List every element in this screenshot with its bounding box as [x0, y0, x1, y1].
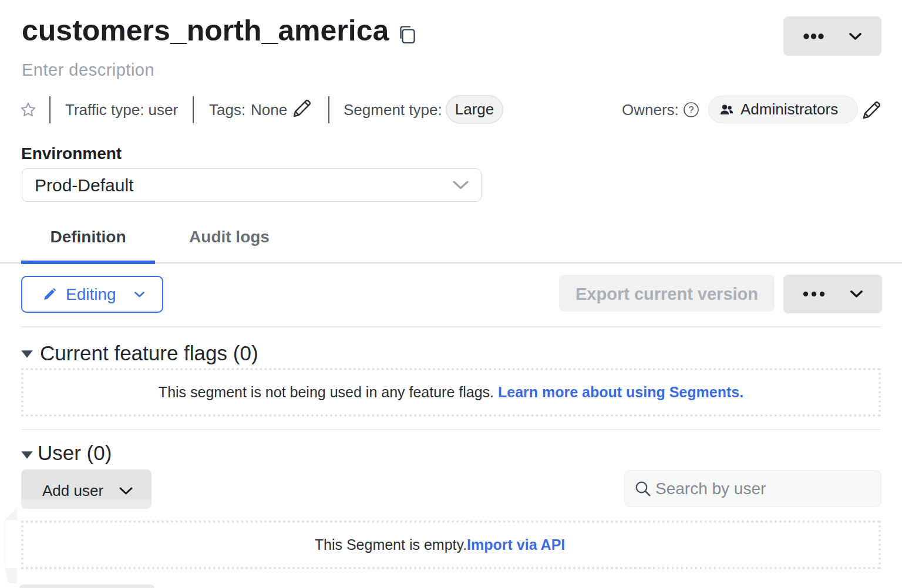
svg-text:?: ?: [689, 105, 694, 115]
